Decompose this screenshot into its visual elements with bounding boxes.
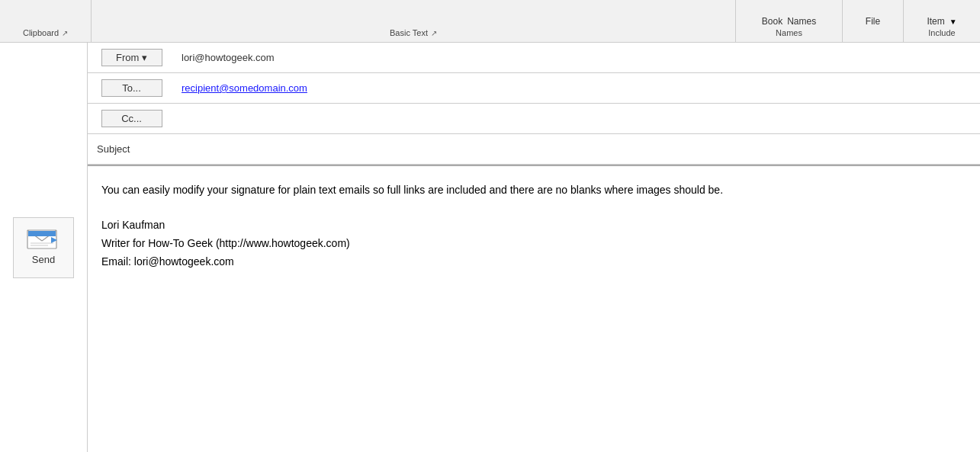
ribbon: Clipboard ↗ Basic Text ↗ Book Names Name… bbox=[0, 0, 980, 43]
basic-text-corner-icon[interactable]: ↗ bbox=[431, 29, 437, 37]
from-button[interactable]: From ▾ bbox=[101, 49, 162, 66]
from-value: lori@howtogeek.com bbox=[175, 49, 980, 66]
ribbon-names-section: Book Names Names bbox=[736, 0, 843, 42]
cc-button-container: Cc... bbox=[88, 107, 175, 130]
send-label: Send bbox=[32, 254, 55, 265]
include-top: Item ▼ bbox=[911, 16, 972, 27]
email-body[interactable]: You can easily modify your signature for… bbox=[88, 165, 980, 452]
subject-label: Subject bbox=[97, 143, 130, 155]
subject-row: Subject bbox=[88, 134, 980, 165]
book-label: Book bbox=[762, 16, 782, 27]
item-label: Item bbox=[927, 16, 944, 27]
subject-label-container: Subject bbox=[88, 140, 175, 158]
signature-block: Lori Kaufman Writer for How-To Geek (htt… bbox=[101, 216, 966, 271]
ribbon-clipboard-section: Clipboard ↗ bbox=[0, 0, 92, 42]
to-value[interactable]: recipient@somedomain.com bbox=[175, 79, 980, 97]
sig-role: Writer for How-To Geek (http://www.howto… bbox=[101, 235, 966, 253]
clipboard-corner-icon[interactable]: ↗ bbox=[62, 29, 68, 37]
from-button-container: From ▾ bbox=[88, 46, 175, 69]
body-paragraph-text: You can easily modify your signature for… bbox=[101, 184, 723, 196]
compose-area: Send From ▾ lori@howtogeek.com To... rec… bbox=[0, 43, 980, 452]
basic-text-label: Basic Text bbox=[390, 28, 428, 39]
sig-email: Email: lori@howtogeek.com bbox=[101, 253, 966, 271]
item-dropdown-icon[interactable]: ▼ bbox=[949, 18, 957, 26]
to-button[interactable]: To... bbox=[101, 79, 162, 97]
from-row: From ▾ lori@howtogeek.com bbox=[88, 43, 980, 73]
send-panel: Send bbox=[0, 43, 88, 452]
names-top: Book Names bbox=[744, 16, 834, 27]
fields-area: From ▾ lori@howtogeek.com To... recipien… bbox=[88, 43, 980, 452]
file-top: File bbox=[850, 16, 895, 27]
to-button-container: To... bbox=[88, 76, 175, 100]
file-label: File bbox=[866, 16, 880, 27]
ribbon-basic-text-section: Basic Text ↗ bbox=[92, 0, 736, 42]
names-top-label: Names bbox=[787, 16, 816, 27]
file-bottom-label bbox=[872, 28, 874, 39]
body-paragraph: You can easily modify your signature for… bbox=[101, 181, 966, 198]
send-envelope-icon bbox=[27, 229, 60, 251]
send-button[interactable]: Send bbox=[13, 217, 74, 278]
clipboard-label: Clipboard bbox=[23, 28, 59, 39]
cc-input[interactable] bbox=[175, 110, 980, 127]
names-bottom-label: Names bbox=[776, 28, 802, 39]
subject-input[interactable] bbox=[175, 140, 980, 158]
cc-button[interactable]: Cc... bbox=[101, 110, 162, 127]
cc-row: Cc... bbox=[88, 104, 980, 134]
sig-name: Lori Kaufman bbox=[101, 216, 966, 235]
svg-rect-3 bbox=[28, 231, 56, 236]
ribbon-file-section: File bbox=[843, 0, 904, 42]
to-row: To... recipient@somedomain.com bbox=[88, 73, 980, 104]
ribbon-include-section: Item ▼ Include bbox=[904, 0, 980, 42]
include-label: Include bbox=[928, 28, 955, 39]
